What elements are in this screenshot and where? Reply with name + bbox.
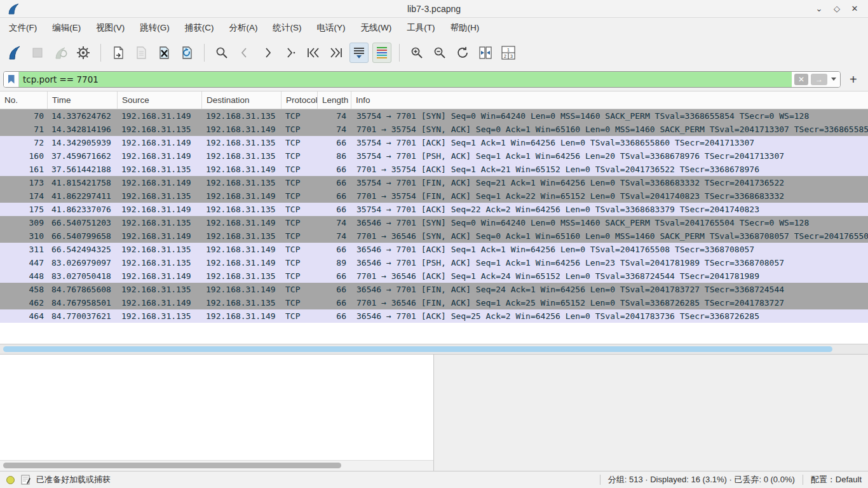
packet-row[interactable]: 310 66.540799658 192.168.31.149 192.168.… bbox=[0, 229, 868, 243]
cell-destination: 192.168.31.149 bbox=[202, 309, 281, 323]
packet-row[interactable]: 175 41.862337076 192.168.31.149 192.168.… bbox=[0, 203, 868, 216]
filter-bookmark-icon[interactable] bbox=[4, 72, 19, 87]
go-to-packet-icon[interactable] bbox=[281, 43, 300, 63]
packet-details-pane[interactable] bbox=[0, 355, 434, 471]
cell-time: 14.342905939 bbox=[48, 136, 118, 149]
cell-source: 192.168.31.149 bbox=[118, 203, 202, 216]
display-filter-box: tcp.port == 7701 ✕ → bbox=[3, 71, 841, 88]
cell-length: 66 bbox=[318, 243, 351, 256]
reload-capture-file-icon[interactable] bbox=[177, 43, 196, 63]
add-filter-button[interactable]: + bbox=[850, 73, 857, 86]
display-filter-input[interactable]: tcp.port == 7701 bbox=[19, 72, 792, 87]
menu-item[interactable]: 视图(V) bbox=[90, 20, 131, 36]
filter-history-dropdown-icon[interactable] bbox=[831, 78, 836, 81]
cell-protocol: TCP bbox=[281, 109, 318, 123]
zoom-in-icon[interactable] bbox=[407, 43, 426, 63]
go-first-packet-icon[interactable] bbox=[304, 43, 323, 63]
menu-bar: 文件(F) 编辑(E) 视图(V) 跳转(G) 捕获(C) 分析(A) 统计(S… bbox=[0, 18, 868, 38]
cell-info: 36546 → 7701 [ACK] Seq=1 Ack=1 Win=64256… bbox=[351, 243, 868, 256]
menu-item[interactable]: 帮助(H) bbox=[444, 20, 485, 36]
cell-info: 7701 → 35754 [SYN, ACK] Seq=0 Ack=1 Win=… bbox=[351, 123, 868, 136]
packet-details-hscrollbar[interactable] bbox=[0, 460, 433, 471]
packet-details-hscrollbar-thumb[interactable] bbox=[3, 463, 341, 468]
menu-item[interactable]: 跳转(G) bbox=[133, 20, 176, 36]
packet-bytes-pane[interactable] bbox=[434, 355, 868, 471]
go-back-icon[interactable] bbox=[235, 43, 254, 63]
filter-clear-icon[interactable]: ✕ bbox=[794, 74, 808, 85]
packet-row[interactable]: 458 84.767865608 192.168.31.135 192.168.… bbox=[0, 283, 868, 296]
packet-list-hscrollbar-thumb[interactable] bbox=[3, 346, 832, 352]
colorize-packets-icon[interactable] bbox=[372, 43, 391, 63]
menu-item[interactable]: 统计(S) bbox=[267, 20, 308, 36]
packet-row[interactable]: 311 66.542494325 192.168.31.135 192.168.… bbox=[0, 243, 868, 256]
filter-apply-icon[interactable]: → bbox=[811, 74, 827, 85]
packet-row[interactable]: 448 83.027050418 192.168.31.149 192.168.… bbox=[0, 269, 868, 283]
packet-row[interactable]: 72 14.342905939 192.168.31.149 192.168.3… bbox=[0, 136, 868, 149]
open-capture-file-icon[interactable] bbox=[109, 43, 128, 63]
layout-pane-icon[interactable]: 123 bbox=[499, 43, 518, 63]
cell-protocol: TCP bbox=[281, 309, 318, 323]
packet-row[interactable]: 173 41.815421758 192.168.31.149 192.168.… bbox=[0, 176, 868, 189]
cell-protocol: TCP bbox=[281, 189, 318, 203]
restart-capture-icon[interactable] bbox=[51, 43, 70, 63]
column-header-info[interactable]: Info bbox=[351, 92, 868, 109]
save-capture-file-icon[interactable] bbox=[132, 43, 151, 63]
packet-counts: 分组: 513 · Displayed: 16 (3.1%) · 已丢弃: 0 … bbox=[608, 474, 795, 485]
menu-item[interactable]: 电话(Y) bbox=[311, 20, 352, 36]
cell-info: 36546 → 7701 [ACK] Seq=25 Ack=2 Win=6425… bbox=[351, 309, 868, 323]
packet-list: No. Time Source Destination Protocol Len… bbox=[0, 92, 868, 344]
svg-text:2: 2 bbox=[504, 54, 506, 58]
resize-columns-icon[interactable] bbox=[476, 43, 495, 63]
close-button[interactable]: ✕ bbox=[849, 3, 860, 15]
cell-time: 41.815421758 bbox=[48, 176, 118, 189]
auto-scroll-icon[interactable] bbox=[349, 43, 369, 63]
packet-row[interactable]: 70 14.337624762 192.168.31.149 192.168.3… bbox=[0, 109, 868, 123]
cell-info: 7701 → 36546 [FIN, ACK] Seq=1 Ack=25 Win… bbox=[351, 296, 868, 309]
packet-row[interactable]: 309 66.540751203 192.168.31.135 192.168.… bbox=[0, 216, 868, 229]
column-header-destination[interactable]: Destination bbox=[202, 92, 281, 109]
menu-item[interactable]: 编辑(E) bbox=[46, 20, 87, 36]
menu-item[interactable]: 文件(F) bbox=[3, 20, 43, 36]
profile-selector[interactable]: 配置：Default bbox=[811, 474, 862, 485]
capture-options-icon[interactable] bbox=[74, 43, 93, 63]
find-packet-icon[interactable] bbox=[212, 43, 231, 63]
cell-time: 41.862297411 bbox=[48, 189, 118, 203]
title-bar: lib7-3.pcapng ⌄ ◇ ✕ bbox=[0, 0, 868, 18]
cell-time: 66.540751203 bbox=[48, 216, 118, 229]
column-header-length[interactable]: Length bbox=[318, 92, 351, 109]
packet-row[interactable]: 161 37.561442188 192.168.31.135 192.168.… bbox=[0, 163, 868, 176]
packet-row[interactable]: 174 41.862297411 192.168.31.135 192.168.… bbox=[0, 189, 868, 203]
column-header-time[interactable]: Time bbox=[48, 92, 118, 109]
cell-no: 173 bbox=[0, 176, 48, 189]
toolbar-separator bbox=[204, 44, 205, 62]
expert-info-icon[interactable] bbox=[6, 476, 15, 484]
cell-time: 37.459671662 bbox=[48, 149, 118, 163]
packet-row[interactable]: 71 14.342814196 192.168.31.135 192.168.3… bbox=[0, 123, 868, 136]
menu-item[interactable]: 无线(W) bbox=[355, 20, 398, 36]
cell-info: 35754 → 7701 [ACK] Seq=22 Ack=2 Win=6425… bbox=[351, 203, 868, 216]
menu-item[interactable]: 捕获(C) bbox=[179, 20, 220, 36]
column-header-no[interactable]: No. bbox=[0, 92, 48, 109]
go-forward-icon[interactable] bbox=[258, 43, 277, 63]
column-header-protocol[interactable]: Protocol bbox=[281, 92, 318, 109]
packet-list-hscrollbar[interactable] bbox=[0, 344, 868, 355]
zoom-out-icon[interactable] bbox=[430, 43, 449, 63]
go-last-packet-icon[interactable] bbox=[327, 43, 346, 63]
stop-capture-icon[interactable] bbox=[28, 43, 47, 63]
cell-info: 36546 → 7701 [PSH, ACK] Seq=1 Ack=1 Win=… bbox=[351, 256, 868, 269]
packet-row[interactable]: 462 84.767958501 192.168.31.149 192.168.… bbox=[0, 296, 868, 309]
zoom-normal-icon[interactable] bbox=[453, 43, 472, 63]
maximize-button[interactable]: ◇ bbox=[831, 3, 843, 15]
packet-row[interactable]: 464 84.770037621 192.168.31.135 192.168.… bbox=[0, 309, 868, 323]
minimize-button[interactable]: ⌄ bbox=[813, 3, 825, 15]
cell-source: 192.168.31.135 bbox=[118, 243, 202, 256]
column-header-source[interactable]: Source bbox=[118, 92, 202, 109]
capture-comment-icon[interactable] bbox=[21, 475, 31, 485]
start-capture-icon[interactable] bbox=[5, 43, 24, 63]
packet-row[interactable]: 447 83.026979097 192.168.31.135 192.168.… bbox=[0, 256, 868, 269]
packet-row[interactable]: 160 37.459671662 192.168.31.149 192.168.… bbox=[0, 149, 868, 163]
menu-item[interactable]: 分析(A) bbox=[223, 20, 264, 36]
cell-no: 310 bbox=[0, 229, 48, 243]
close-capture-file-icon[interactable] bbox=[154, 43, 173, 63]
menu-item[interactable]: 工具(T) bbox=[400, 20, 441, 36]
